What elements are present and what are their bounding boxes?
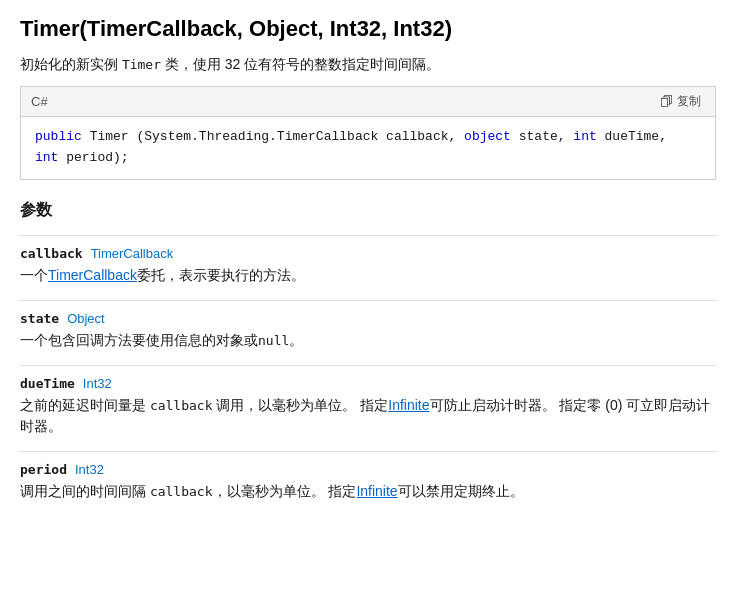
page-title: Timer(TimerCallback, Object, Int32, Int3…	[20, 16, 716, 42]
param-desc-state: 一个包含回调方法要使用信息的对象或null。	[20, 330, 716, 351]
param-desc-callback: 一个TimerCallback委托，表示要执行的方法。	[20, 265, 716, 286]
lang-label: C#	[31, 94, 48, 109]
code-box: C# 🗍 复制 public Timer (System.Threading.T…	[20, 86, 716, 180]
copy-icon: 🗍	[660, 94, 673, 109]
code-line-2: int period);	[35, 148, 701, 169]
copy-button[interactable]: 🗍 复制	[656, 91, 705, 112]
param-desc-period: 调用之间的时间间隔 callback，以毫秒为单位。 指定Infinite可以禁…	[20, 481, 716, 502]
param-block-state: state Object 一个包含回调方法要使用信息的对象或null。	[20, 300, 716, 351]
intro-text: 初始化的新实例 Timer 类，使用 32 位有符号的整数指定时间间隔。	[20, 56, 716, 74]
code-header: C# 🗍 复制	[21, 87, 715, 117]
param-header-period: period Int32	[20, 462, 716, 477]
param-type-duetime: Int32	[83, 376, 112, 391]
param-block-duetime: dueTime Int32 之前的延迟时间量是 callback 调用，以毫秒为…	[20, 365, 716, 437]
code-body: public Timer (System.Threading.TimerCall…	[21, 117, 715, 179]
infinite-link-duetime[interactable]: Infinite	[388, 397, 429, 413]
param-block-callback: callback TimerCallback 一个TimerCallback委托…	[20, 235, 716, 286]
params-title: 参数	[20, 200, 716, 221]
copy-label: 复制	[677, 93, 701, 110]
param-header-state: state Object	[20, 311, 716, 326]
infinite-link-period[interactable]: Infinite	[356, 483, 397, 499]
param-name-duetime: dueTime	[20, 376, 75, 391]
param-name-state: state	[20, 311, 59, 326]
param-type-period: Int32	[75, 462, 104, 477]
code-line-1: public Timer (System.Threading.TimerCall…	[35, 127, 701, 148]
param-type-state: Object	[67, 311, 105, 326]
param-name-period: period	[20, 462, 67, 477]
param-name-callback: callback	[20, 246, 83, 261]
param-header-callback: callback TimerCallback	[20, 246, 716, 261]
timercallback-link[interactable]: TimerCallback	[48, 267, 137, 283]
param-header-duetime: dueTime Int32	[20, 376, 716, 391]
param-type-callback: TimerCallback	[91, 246, 174, 261]
param-block-period: period Int32 调用之间的时间间隔 callback，以毫秒为单位。 …	[20, 451, 716, 502]
param-desc-duetime: 之前的延迟时间量是 callback 调用，以毫秒为单位。 指定Infinite…	[20, 395, 716, 437]
